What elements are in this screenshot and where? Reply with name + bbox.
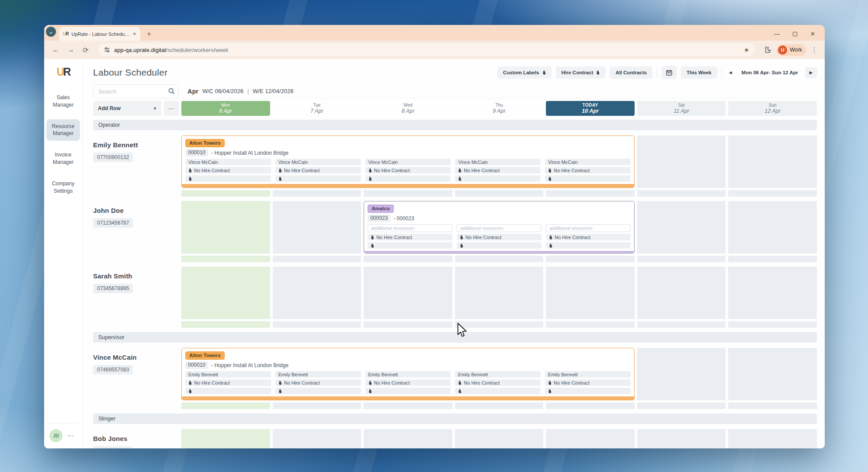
- minimize-button[interactable]: —: [774, 31, 780, 37]
- hire-contract-chip[interactable]: No Hire Contract: [365, 167, 451, 174]
- note-chip[interactable]: [365, 388, 451, 394]
- extensions-icon[interactable]: [762, 46, 773, 53]
- resource-chip[interactable]: Vince McCain: [545, 159, 631, 165]
- hire-contract-chip[interactable]: No Hire Contract: [457, 234, 542, 240]
- site-settings-icon[interactable]: [104, 47, 110, 53]
- additional-resources-input[interactable]: [368, 224, 452, 232]
- day-header-tue[interactable]: Tue7 Apr: [273, 101, 361, 116]
- maximize-button[interactable]: [793, 32, 797, 36]
- client-badge[interactable]: Alton Towers: [185, 351, 225, 360]
- schedule-strip[interactable]: [546, 256, 635, 262]
- hire-contract-chip[interactable]: No Hire Contract: [365, 379, 451, 386]
- hire-contract-chip[interactable]: No Hire Contract: [545, 379, 631, 386]
- sidebar-item-resource-manager[interactable]: Resource Manager: [46, 119, 80, 141]
- resource-chip[interactable]: Emily Bennett: [365, 371, 451, 378]
- note-chip[interactable]: [545, 175, 631, 182]
- all-contracts-button[interactable]: All Contracts: [610, 66, 653, 79]
- this-week-button[interactable]: This Week: [681, 66, 717, 79]
- note-chip[interactable]: [545, 388, 631, 394]
- schedule-cell[interactable]: [181, 201, 270, 253]
- sidebar-item-company-settings[interactable]: Company Settings: [46, 177, 80, 198]
- browser-menu-icon[interactable]: ⋮: [810, 46, 819, 54]
- note-chip[interactable]: [457, 242, 542, 249]
- new-tab-button[interactable]: +: [144, 29, 154, 39]
- schedule-strip[interactable]: [181, 190, 270, 197]
- row-options-button[interactable]: ⋯: [164, 101, 179, 116]
- note-chip[interactable]: [455, 175, 541, 182]
- resource-chip[interactable]: Vince McCain: [275, 159, 361, 165]
- sidebar-item-invoice-manager[interactable]: Invoice Manager: [46, 148, 80, 170]
- note-chip[interactable]: [185, 175, 271, 182]
- url-text[interactable]: app-qa.uprate.digital/scheduler/workers/…: [114, 47, 229, 53]
- hire-contract-chip[interactable]: No Hire Contract: [185, 167, 271, 174]
- schedule-cell[interactable]: [455, 267, 544, 319]
- schedule-strip[interactable]: [364, 256, 452, 262]
- schedule-strip[interactable]: [273, 256, 361, 262]
- url-bar[interactable]: app-qa.uprate.digital/scheduler/workers/…: [98, 43, 755, 56]
- hire-contract-chip[interactable]: No Hire Contract: [546, 234, 631, 240]
- schedule-cell[interactable]: [728, 201, 817, 253]
- bookmark-star-icon[interactable]: ★: [744, 46, 750, 53]
- back-icon[interactable]: ←: [50, 44, 62, 56]
- schedule-strip[interactable]: [455, 256, 544, 262]
- resource-chip[interactable]: Vince McCain: [365, 159, 451, 165]
- schedule-cell[interactable]: [637, 348, 726, 400]
- schedule-cell[interactable]: [546, 267, 635, 319]
- browser-tab[interactable]: UR UpRate - Labour Scheduler ✕: [59, 27, 140, 41]
- sidebar-item-sales-manager[interactable]: Sales Manager: [46, 90, 80, 112]
- hire-contract-chip[interactable]: No Hire Contract: [275, 379, 361, 386]
- schedule-strip[interactable]: [728, 321, 817, 328]
- client-badge[interactable]: Alton Towers: [185, 139, 225, 147]
- resource-chip[interactable]: Emily Bennett: [455, 371, 541, 378]
- schedule-cell[interactable]: [728, 348, 817, 400]
- note-chip[interactable]: [185, 388, 271, 394]
- schedule-strip[interactable]: [181, 321, 270, 328]
- hire-contract-chip[interactable]: No Hire Contract: [275, 167, 361, 174]
- sidebar-more-icon[interactable]: ⋯: [67, 432, 74, 440]
- schedule-cell[interactable]: [728, 429, 817, 448]
- hire-contract-chip[interactable]: No Hire Contract: [455, 167, 541, 174]
- day-header-sun[interactable]: Sun12 Apr: [728, 101, 817, 116]
- day-header-thu[interactable]: Thu9 Apr: [455, 101, 544, 116]
- tab-close-icon[interactable]: ✕: [133, 31, 136, 36]
- schedule-cell[interactable]: [364, 267, 452, 319]
- schedule-cell[interactable]: [546, 429, 635, 448]
- note-chip[interactable]: [365, 175, 451, 182]
- schedule-cell[interactable]: [637, 135, 726, 188]
- forward-icon[interactable]: →: [65, 44, 76, 56]
- hire-contract-button[interactable]: Hire Contract: [556, 66, 606, 79]
- schedule-strip[interactable]: [546, 321, 635, 328]
- hire-contract-chip[interactable]: No Hire Contract: [185, 379, 271, 386]
- schedule-strip[interactable]: [546, 190, 635, 197]
- user-avatar[interactable]: JD: [49, 429, 62, 442]
- close-button[interactable]: ✕: [810, 31, 815, 37]
- note-chip[interactable]: [546, 242, 631, 249]
- schedule-strip[interactable]: [728, 190, 817, 197]
- job-card-amalco[interactable]: Amalco 000023- 000023 No Hire Contract N…: [364, 201, 635, 253]
- tab-search-chevron-icon[interactable]: ⌄: [46, 27, 56, 37]
- client-badge[interactable]: Amalco: [368, 205, 394, 213]
- note-chip[interactable]: [275, 175, 361, 182]
- schedule-strip[interactable]: [455, 190, 544, 197]
- browser-profile-chip[interactable]: U Work: [777, 44, 806, 56]
- schedule-strip[interactable]: [364, 403, 452, 409]
- schedule-cell[interactable]: [455, 429, 544, 448]
- resource-chip[interactable]: Emily Bennett: [275, 371, 361, 378]
- note-chip[interactable]: [275, 388, 361, 394]
- schedule-cell[interactable]: [728, 267, 817, 319]
- hire-contract-chip[interactable]: No Hire Contract: [368, 234, 452, 240]
- calendar-button[interactable]: [662, 66, 677, 79]
- schedule-cell[interactable]: [728, 135, 817, 188]
- resource-chip[interactable]: Emily Bennett: [545, 371, 631, 378]
- schedule-strip[interactable]: [637, 190, 726, 197]
- schedule-cell[interactable]: [181, 267, 270, 319]
- note-chip[interactable]: [455, 388, 541, 394]
- schedule-cell[interactable]: [273, 201, 361, 253]
- schedule-cell[interactable]: [273, 267, 361, 319]
- resource-chip[interactable]: Vince McCain: [455, 159, 541, 165]
- schedule-strip[interactable]: [637, 321, 726, 328]
- job-card-alton-towers[interactable]: Alton Towers 000010- Hopper Install At L…: [181, 135, 635, 188]
- note-chip[interactable]: [368, 242, 452, 249]
- schedule-strip[interactable]: [637, 256, 726, 262]
- schedule-strip[interactable]: [273, 403, 361, 409]
